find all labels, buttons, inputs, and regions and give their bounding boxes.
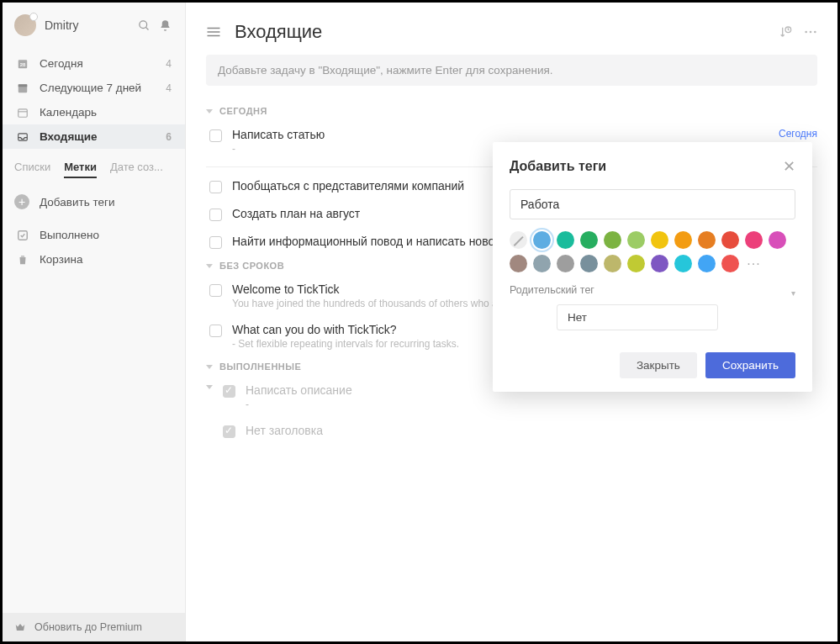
- notifications-icon[interactable]: [159, 19, 172, 32]
- task-checkbox[interactable]: [209, 181, 222, 193]
- dialog-title: Добавить теги: [510, 159, 783, 174]
- task-title: Написать статью: [232, 128, 769, 141]
- nav-next7[interactable]: Следующие 7 дней 4: [3, 76, 185, 100]
- add-tags-dialog: Добавить теги ✕ ··· Родительский тег ▾ Н…: [493, 142, 812, 392]
- parent-tag-value: Нет: [568, 311, 587, 324]
- check-icon: [14, 230, 31, 241]
- task-checkbox[interactable]: [223, 385, 235, 398]
- nav-calendar-label: Календарь: [40, 106, 97, 119]
- sidebar: Dmitry 28 Сегодня 4 Следующие 7 дней 4 К…: [3, 3, 186, 641]
- nav-today-label: Сегодня: [40, 57, 83, 70]
- task-checkbox[interactable]: [209, 236, 222, 249]
- svg-point-16: [814, 31, 816, 34]
- nav-completed-label: Выполнено: [40, 229, 99, 241]
- color-swatch[interactable]: [698, 231, 716, 249]
- color-swatch[interactable]: [698, 255, 716, 272]
- dialog-save-button[interactable]: Сохранить: [705, 352, 795, 378]
- color-none[interactable]: [510, 231, 527, 249]
- sidebar-bottom-nav: Выполнено Корзина: [3, 219, 185, 272]
- sort-icon[interactable]: [779, 25, 792, 39]
- nav-calendar[interactable]: Календарь: [3, 100, 185, 124]
- main-panel: Входящие Добавьте задачу в "Входящие", н…: [186, 3, 837, 641]
- color-swatch[interactable]: [557, 231, 574, 249]
- color-swatch[interactable]: [721, 231, 739, 249]
- inbox-icon: [14, 131, 31, 143]
- add-tags-label: Добавить теги: [40, 196, 114, 209]
- color-swatch[interactable]: [510, 255, 527, 272]
- task-due: Сегодня: [779, 128, 817, 140]
- menu-icon[interactable]: [206, 26, 221, 38]
- color-swatch[interactable]: [651, 255, 668, 272]
- user-avatar[interactable]: [14, 14, 36, 36]
- tab-custom[interactable]: Дате соз...: [110, 161, 163, 178]
- crown-icon: [14, 621, 26, 633]
- task-title: Нет заголовка: [246, 424, 817, 437]
- color-swatch[interactable]: [745, 231, 763, 249]
- nav-inbox-label: Входящие: [40, 130, 97, 143]
- nav-next7-label: Следующие 7 дней: [40, 82, 141, 94]
- user-name: Dmitry: [45, 18, 129, 32]
- svg-rect-6: [18, 108, 28, 116]
- premium-label: Обновить до Premium: [34, 621, 142, 633]
- color-swatch[interactable]: [769, 231, 786, 249]
- color-swatch[interactable]: [533, 231, 551, 249]
- primary-nav: 28 Сегодня 4 Следующие 7 дней 4 Календар…: [3, 48, 185, 152]
- task-checkbox[interactable]: [223, 425, 235, 438]
- color-swatch[interactable]: [627, 231, 645, 249]
- chevron-down-icon[interactable]: [206, 385, 213, 389]
- tab-tags[interactable]: Метки: [64, 161, 97, 178]
- section-today[interactable]: СЕГОДНЯ: [206, 101, 817, 121]
- close-icon[interactable]: ✕: [783, 157, 795, 176]
- color-swatch[interactable]: [533, 255, 551, 272]
- svg-point-0: [140, 20, 147, 28]
- tab-lists[interactable]: Списки: [14, 161, 50, 178]
- parent-tag-label: Родительский тег: [510, 284, 594, 296]
- nav-completed[interactable]: Выполнено: [3, 223, 185, 247]
- sidebar-tabs: Списки Метки Дате соз...: [3, 152, 185, 184]
- color-swatch[interactable]: [604, 231, 621, 249]
- color-swatch[interactable]: [557, 255, 574, 272]
- svg-rect-5: [18, 84, 28, 87]
- nav-next7-count: 4: [166, 82, 172, 94]
- main-header: Входящие: [206, 3, 817, 55]
- nav-trash-label: Корзина: [40, 253, 82, 266]
- caret-icon: ▾: [791, 288, 795, 298]
- color-swatch[interactable]: [580, 231, 598, 249]
- color-swatch[interactable]: [721, 255, 739, 272]
- color-swatch[interactable]: [674, 231, 692, 249]
- calendar-week-icon: [14, 82, 31, 94]
- svg-point-14: [805, 31, 807, 34]
- nav-today[interactable]: 28 Сегодня 4: [3, 51, 185, 76]
- nav-trash[interactable]: Корзина: [3, 247, 185, 272]
- search-icon[interactable]: [138, 19, 151, 32]
- color-swatch[interactable]: [604, 255, 621, 272]
- add-tags-button[interactable]: + Добавить теги: [3, 184, 185, 219]
- calendar-day-icon: 28: [14, 58, 31, 70]
- calendar-icon: [14, 107, 31, 119]
- parent-tag-select[interactable]: Нет: [557, 304, 718, 330]
- tag-name-input[interactable]: [510, 189, 795, 219]
- task-checkbox[interactable]: [209, 284, 222, 297]
- task-checkbox[interactable]: [209, 325, 222, 337]
- add-task-input[interactable]: Добавьте задачу в "Входящие", нажмите En…: [206, 55, 817, 86]
- more-icon[interactable]: [804, 30, 817, 34]
- sidebar-header: Dmitry: [3, 3, 185, 48]
- svg-line-1: [145, 27, 148, 29]
- svg-text:28: 28: [20, 61, 26, 66]
- task-checkbox[interactable]: [209, 209, 222, 221]
- task-sub: -: [246, 399, 817, 410]
- page-title: Входящие: [235, 21, 767, 43]
- task-row[interactable]: Нет заголовка: [219, 417, 817, 445]
- color-swatch[interactable]: [580, 255, 598, 272]
- color-swatch[interactable]: [627, 255, 645, 272]
- color-swatch[interactable]: [651, 231, 668, 249]
- trash-icon: [14, 254, 31, 266]
- dialog-close-button[interactable]: Закрыть: [620, 352, 697, 378]
- nav-inbox[interactable]: Входящие 6: [3, 124, 185, 149]
- color-swatch[interactable]: [674, 255, 692, 272]
- nav-today-count: 4: [166, 58, 172, 70]
- color-swatches: ···: [510, 231, 795, 272]
- more-colors[interactable]: ···: [745, 255, 763, 272]
- upgrade-premium[interactable]: Обновить до Premium: [3, 613, 185, 641]
- task-checkbox[interactable]: [209, 129, 222, 142]
